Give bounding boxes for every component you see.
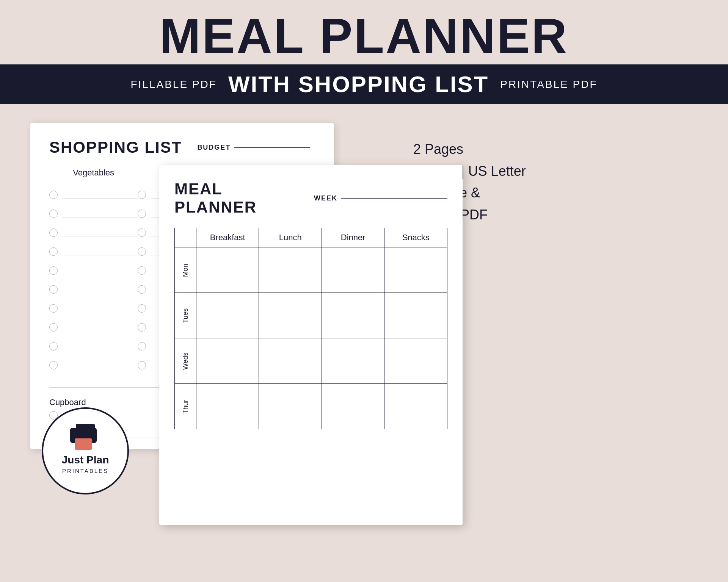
checkbox[interactable] — [138, 228, 146, 237]
checkbox[interactable] — [49, 361, 58, 369]
meal-planner-card: MEAL PLANNER WEEK Breakfast Lunch Dinner… — [159, 165, 463, 525]
main-title: MEAL PLANNER — [0, 11, 728, 61]
col-vegetables: Vegetables — [49, 168, 138, 181]
info-pages: 2 Pages — [413, 138, 463, 160]
shopping-list-header: SHOPPING LIST BUDGET — [49, 138, 315, 156]
checkbox[interactable] — [49, 342, 58, 350]
list-item — [49, 342, 138, 350]
meal-cell[interactable] — [196, 293, 259, 338]
checkbox[interactable] — [49, 210, 58, 218]
checkbox[interactable] — [138, 247, 146, 256]
subtitle-left: FILLABLE PDF — [130, 78, 217, 91]
list-item — [49, 285, 138, 294]
shopping-col-1 — [49, 187, 138, 380]
meal-cell[interactable] — [384, 338, 447, 384]
day-tues: Tues — [175, 293, 196, 338]
subtitle-bar: FILLABLE PDF WITH SHOPPING LIST PRINTABL… — [0, 64, 728, 104]
checkbox[interactable] — [49, 191, 58, 199]
checkbox[interactable] — [138, 191, 146, 199]
table-row: Thur — [175, 384, 447, 429]
list-item — [49, 191, 138, 199]
meal-cell[interactable] — [322, 338, 384, 384]
meal-cell[interactable] — [322, 293, 384, 338]
list-item — [49, 361, 138, 369]
logo-brand: Just Plan — [62, 454, 109, 466]
checkbox[interactable] — [138, 285, 146, 294]
checkbox[interactable] — [49, 285, 58, 294]
logo-circle: Just Plan PRINTABLES — [42, 407, 129, 494]
week-field: WEEK — [314, 194, 447, 202]
meal-cell[interactable] — [384, 247, 447, 293]
meal-table: Breakfast Lunch Dinner Snacks Mon — [174, 228, 447, 429]
header: MEAL PLANNER FILLABLE PDF WITH SHOPPING … — [0, 0, 728, 108]
checkbox[interactable] — [138, 210, 146, 218]
meal-cell[interactable] — [259, 338, 322, 384]
col-dinner: Dinner — [322, 228, 384, 247]
checkbox[interactable] — [138, 361, 146, 369]
printer-icon — [70, 428, 100, 451]
day-weds: Weds — [175, 338, 196, 384]
documents-area: SHOPPING LIST BUDGET Vegetables Meat & F… — [30, 123, 391, 540]
subtitle-right: PRINTABLE PDF — [500, 78, 597, 91]
day-mon: Mon — [175, 247, 196, 293]
checkbox[interactable] — [49, 266, 58, 275]
table-row: Mon — [175, 247, 447, 293]
budget-field: BUDGET — [197, 144, 310, 152]
content-area: SHOPPING LIST BUDGET Vegetables Meat & F… — [0, 108, 728, 555]
table-row: Weds — [175, 338, 447, 384]
week-label: WEEK — [314, 194, 337, 202]
list-item — [49, 304, 138, 313]
col-lunch: Lunch — [259, 228, 322, 247]
meal-cell[interactable] — [322, 384, 384, 429]
meal-cell[interactable] — [384, 293, 447, 338]
list-item — [49, 228, 138, 237]
checkbox[interactable] — [138, 304, 146, 313]
shopping-list-title: SHOPPING LIST — [49, 138, 182, 156]
col-snacks: Snacks — [384, 228, 447, 247]
meal-cell[interactable] — [196, 338, 259, 384]
col-breakfast: Breakfast — [196, 228, 259, 247]
meal-cell[interactable] — [384, 384, 447, 429]
meal-cell[interactable] — [259, 247, 322, 293]
checkbox[interactable] — [49, 228, 58, 237]
meal-cell[interactable] — [322, 247, 384, 293]
meal-planner-header: MEAL PLANNER WEEK — [174, 180, 447, 216]
checkbox[interactable] — [138, 323, 146, 332]
week-line — [341, 198, 447, 199]
list-item — [49, 323, 138, 332]
budget-label: BUDGET — [197, 144, 231, 152]
checkbox[interactable] — [138, 342, 146, 350]
subtitle-main: WITH SHOPPING LIST — [228, 71, 489, 97]
list-item — [49, 210, 138, 218]
logo-sub: PRINTABLES — [62, 468, 108, 474]
meal-planner-title: MEAL PLANNER — [174, 180, 303, 216]
list-item — [49, 266, 138, 275]
corner-cell — [175, 228, 196, 247]
meal-cell[interactable] — [196, 384, 259, 429]
table-row: Tues — [175, 293, 447, 338]
checkbox[interactable] — [49, 304, 58, 313]
meal-cell[interactable] — [259, 293, 322, 338]
checkbox[interactable] — [49, 323, 58, 332]
checkbox[interactable] — [138, 266, 146, 275]
checkbox[interactable] — [49, 247, 58, 256]
budget-line — [234, 147, 310, 148]
meal-cell[interactable] — [196, 247, 259, 293]
list-item — [49, 247, 138, 256]
day-thur: Thur — [175, 384, 196, 429]
meal-cell[interactable] — [259, 384, 322, 429]
